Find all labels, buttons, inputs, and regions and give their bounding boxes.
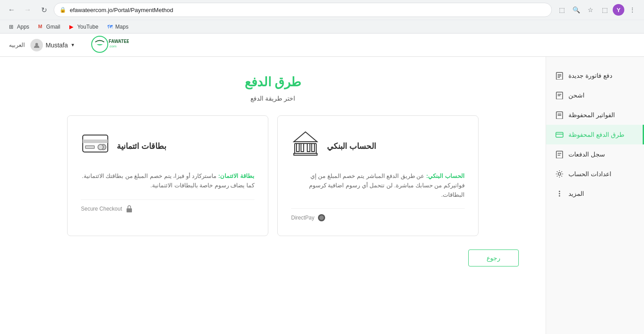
translate-icon[interactable]: ⬚ [555, 4, 568, 16]
main-content: طرق الدفع اختر طريقة الدفع الحساب البنكي [0, 57, 546, 334]
page-subtitle: اختر طريقة الدفع [27, 95, 519, 102]
credit-card-title: بطاقات ائتمانية [117, 141, 166, 151]
payment-methods-icon [555, 130, 564, 139]
bookmark-youtube[interactable]: ▶ YouTube [66, 23, 102, 31]
bank-account-card[interactable]: الحساب البنكي الحسا [277, 115, 479, 236]
bank-card-description: الحساب البنكي: عن طريق الدفع المباشر يتم… [291, 172, 465, 199]
back-button[interactable]: رجوع [468, 249, 519, 266]
chevron-down-icon: ▼ [71, 42, 75, 47]
bookmark-icon[interactable]: ☆ [584, 4, 597, 16]
sidebar-label-recharge: اشحن [568, 92, 585, 99]
address-bar[interactable]: 🔒 efawateercom.jo/Portal/PaymentMethod [54, 3, 552, 17]
settings-icon [555, 169, 564, 178]
sidebar-label-pay-new: دفع فاتورة جديدة [568, 72, 612, 79]
language-button[interactable]: العربيه [9, 42, 25, 48]
gmail-icon: M [38, 24, 44, 30]
bookmark-gmail[interactable]: M Gmail [34, 23, 64, 31]
svg-point-35 [559, 191, 560, 192]
page-wrapper: طرق الدفع اختر طريقة الدفع الحساب البنكي [0, 57, 644, 334]
sidebar-label-saved-bills: الفواتير المحفوظة [568, 111, 615, 118]
sidebar-label-payment-history: سجل الدفعات [568, 151, 605, 158]
search-icon[interactable]: 🔍 [570, 4, 582, 16]
bank-desc-highlight: الحساب البنكي: [426, 173, 465, 179]
site-header: ▼ Mustafa العربيه FAWATEER .com [0, 34, 644, 57]
bookmarks-bar: ⊞ Apps M Gmail ▶ YouTube 🗺 Maps [0, 20, 644, 33]
svg-point-34 [558, 173, 561, 175]
sidebar-item-saved-bills[interactable]: الفواتير المحفوظة [546, 105, 644, 125]
user-name: Mustafa [46, 42, 68, 49]
credit-card-icon [81, 129, 110, 163]
browser-chrome: ← → ↻ 🔒 efawateercom.jo/Portal/PaymentMe… [0, 0, 644, 34]
profile-icon[interactable]: ⬚ [598, 4, 611, 16]
forward-button[interactable]: → [21, 4, 34, 16]
sidebar: دفع فاتورة جديدة اشحن الفواتير المحفوظة … [546, 57, 644, 334]
page-title: طرق الدفع [27, 75, 519, 89]
sidebar-item-pay-new[interactable]: دفع فاتورة جديدة [546, 66, 644, 85]
user-avatar-icon [30, 39, 43, 51]
credit-card-option[interactable]: بطاقات ائتمانية بطاقة الائتمان: [67, 115, 268, 236]
site-logo: FAWATEER .com [75, 35, 129, 55]
bank-icon [291, 129, 320, 163]
credit-desc-highlight: بطاقة الائتمان: [218, 173, 254, 179]
refresh-button[interactable]: ↻ [38, 4, 50, 16]
svg-rect-29 [556, 132, 563, 137]
svg-text:.com: .com [109, 44, 117, 48]
bank-card-footer: DirectPay [291, 208, 465, 222]
youtube-icon: ▶ [69, 24, 76, 30]
url-text: efawateercom.jo/Portal/PaymentMethod [70, 7, 173, 13]
bookmark-apps-label: Apps [17, 24, 29, 30]
bookmark-maps[interactable]: 🗺 Maps [104, 23, 132, 31]
sidebar-item-recharge[interactable]: اشحن [546, 85, 644, 105]
nav-bar: ← → ↻ 🔒 efawateercom.jo/Portal/PaymentMe… [0, 0, 644, 20]
svg-rect-5 [297, 144, 299, 152]
credit-card-header: بطاقات ائتمانية [81, 129, 254, 163]
svg-marker-9 [294, 132, 317, 142]
svg-rect-31 [556, 151, 563, 158]
svg-rect-14 [83, 140, 108, 143]
sidebar-item-payment-history[interactable]: سجل الدفعات [546, 144, 644, 164]
credit-card-footer: Secure Checkout [81, 199, 254, 213]
svg-rect-18 [127, 208, 132, 212]
more-dots-icon [555, 189, 564, 198]
saved-bills-icon [555, 110, 564, 119]
secure-checkout-label: Secure Checkout [81, 206, 122, 212]
recharge-icon [555, 91, 564, 100]
svg-rect-15 [85, 146, 94, 148]
fawateer-logo-svg: FAWATEER .com [75, 35, 129, 53]
svg-point-12 [319, 216, 324, 220]
header-right: ▼ Mustafa العربيه [9, 39, 75, 51]
svg-point-37 [559, 195, 560, 197]
more-icon[interactable]: ⋮ [626, 4, 639, 16]
maps-icon: 🗺 [107, 24, 114, 30]
bookmark-youtube-label: YouTube [77, 24, 98, 30]
sidebar-label-account-settings: اعدادات الحساب [568, 170, 611, 178]
credit-card-description: بطاقة الائتمان: ماستركارد أو فيزا، يتم خ… [81, 172, 254, 190]
secure-checkout-badge: Secure Checkout [81, 204, 134, 213]
svg-text:FAWATEER: FAWATEER [109, 39, 129, 44]
user-avatar[interactable]: Y [613, 4, 624, 16]
sidebar-item-payment-methods[interactable]: طرق الدفع المحفوظة [546, 125, 644, 144]
bank-card-header: الحساب البنكي [291, 129, 465, 163]
payment-cards-container: الحساب البنكي الحسا [27, 115, 519, 236]
apps-grid-icon: ⊞ [9, 24, 15, 30]
directpay-icon [317, 213, 326, 222]
bookmark-apps[interactable]: ⊞ Apps [5, 23, 33, 31]
svg-point-17 [98, 144, 103, 150]
header-user[interactable]: ▼ Mustafa [30, 39, 75, 51]
pay-new-icon [555, 71, 564, 80]
lock-icon: 🔒 [59, 7, 66, 13]
bookmark-maps-label: Maps [115, 24, 128, 30]
svg-rect-10 [294, 153, 317, 155]
payment-history-icon [555, 150, 564, 159]
sidebar-item-account-settings[interactable]: اعدادات الحساب [546, 164, 644, 184]
svg-rect-7 [307, 144, 310, 152]
back-button[interactable]: ← [5, 4, 18, 16]
browser-right-icons: ⬚ 🔍 ☆ ⬚ Y ⋮ [555, 4, 639, 16]
directpay-label: DirectPay [291, 215, 314, 221]
svg-rect-6 [301, 144, 304, 152]
bank-card-title: الحساب البنكي [327, 141, 376, 151]
directpay-badge: DirectPay [291, 213, 326, 222]
sidebar-label-payment-methods: طرق الدفع المحفوظة [568, 131, 624, 138]
svg-rect-8 [312, 144, 314, 152]
sidebar-item-more[interactable]: المزيد [546, 184, 644, 203]
